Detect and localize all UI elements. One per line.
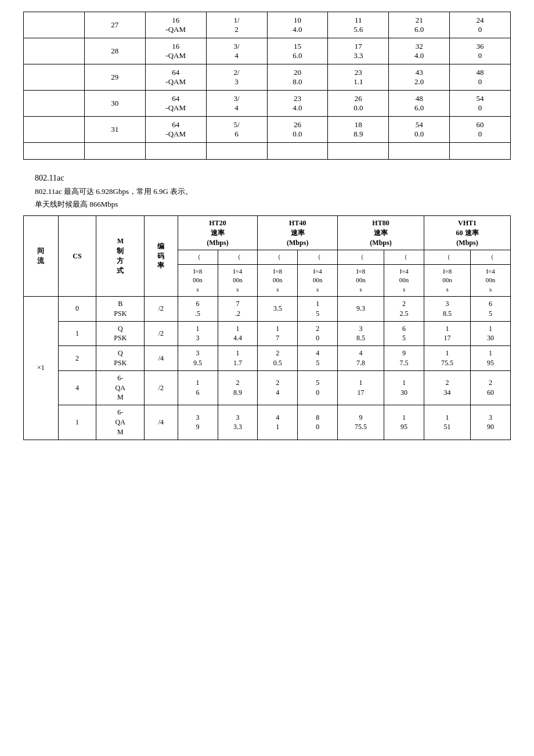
cell-ht20-800-r0: 6.5 <box>178 296 218 321</box>
cell-empty <box>24 117 85 143</box>
cell-ht80-400-r4: 195 <box>384 405 424 440</box>
cell-ht40-400-r2: 45 <box>298 346 338 371</box>
cell-c1-27: 104.0 <box>267 12 328 38</box>
cell-ht40-800-r0: 3.5 <box>258 296 298 321</box>
cell-mod-16qam1: 6-QAM <box>96 370 145 405</box>
cell-vht-400-r3: 260 <box>471 370 511 405</box>
cell-vht-400-r4: 390 <box>471 405 511 440</box>
cell-empty <box>450 143 511 160</box>
cell-ht20-800-r2: 39.5 <box>178 346 218 371</box>
cell-cs-1b: 1 <box>58 405 96 440</box>
cell-cr-1-2: /2 <box>145 296 178 321</box>
header-mod: M制方式 <box>96 216 145 297</box>
header-ht40: HT40速率(Mbps) <box>258 216 338 250</box>
cell-c3-31: 540.0 <box>389 117 450 143</box>
header-vht160: VHT160 速率(Mbps) <box>424 216 511 250</box>
cell-ht80-800-r4: 975.5 <box>338 405 384 440</box>
cell-idx-27: 27 <box>84 12 145 38</box>
table-row-empty <box>24 143 511 160</box>
cell-mod-bpsk: BPSK <box>96 296 145 321</box>
cell-c1-29: 208.0 <box>267 64 328 91</box>
header-cr: 编码率 <box>145 216 178 297</box>
sub-header-gi3: （ <box>258 250 298 264</box>
sub-header-gi5: （ <box>338 250 384 264</box>
cell-vht-800-r1: 117 <box>424 321 471 346</box>
sub-header-gi2: （ <box>218 250 258 264</box>
table-row: 29 64-QAM 2/3 208.0 231.1 432.0 480 <box>24 64 511 91</box>
cell-cs-0: 0 <box>58 296 96 321</box>
cell-empty <box>24 64 85 91</box>
cell-cr-3-4b: /4 <box>145 405 178 440</box>
top-rate-table: 27 16-QAM 1/2 104.0 115.6 216.0 240 28 1… <box>23 12 511 160</box>
cell-c2-31: 188.9 <box>328 117 389 143</box>
cell-ht20-400-r3: 28.9 <box>218 370 258 405</box>
cell-empty <box>24 91 85 117</box>
header-ht20: HT20速率(Mbps) <box>178 216 258 250</box>
cell-ht20-800-r3: 16 <box>178 370 218 405</box>
cell-c2-30: 260.0 <box>328 91 389 117</box>
header-stream: 间流 <box>24 216 59 297</box>
cell-ht20-400-r1: 14.4 <box>218 321 258 346</box>
table-row: 1 QPSK /2 13 14.4 17 20 38.5 65 117 130 <box>24 321 511 346</box>
cell-idx-29: 29 <box>84 64 145 91</box>
table-row: 31 64-QAM 5/6 260.0 188.9 540.0 600 <box>24 117 511 143</box>
cell-ht20-400-r4: 33.3 <box>218 405 258 440</box>
main-rate-table: 间流 CS M制方式 编码率 HT20速率(Mbps) HT40速率(Mbps)… <box>23 215 511 440</box>
cell-c3-29: 432.0 <box>389 64 450 91</box>
cell-vht-400-r2: 195 <box>471 346 511 371</box>
section-title-802ac: 802.11ac <box>35 174 511 183</box>
cell-mod-qpsk2: QPSK <box>96 346 145 371</box>
cell-ht80-400-r2: 97.5 <box>384 346 424 371</box>
table-row: 30 64-QAM 3/4 234.0 260.0 486.0 540 <box>24 91 511 117</box>
cell-ht80-800-r1: 38.5 <box>338 321 384 346</box>
cell-mod-16qam2: 6-QAM <box>96 405 145 440</box>
cell-ht80-800-r2: 47.8 <box>338 346 384 371</box>
cell-ht80-800-r3: 117 <box>338 370 384 405</box>
sub-header-i400-1: I=400ns <box>218 264 258 296</box>
sub-header-gi8: （ <box>471 250 511 264</box>
sub-header-i800-2: I=800ns <box>258 264 298 296</box>
cell-mod-qpsk1: QPSK <box>96 321 145 346</box>
cell-c4-31: 600 <box>450 117 511 143</box>
cell-cr-31: 5/6 <box>206 117 267 143</box>
cell-mod-27: 16-QAM <box>145 12 206 38</box>
cell-mod-29: 64-QAM <box>145 64 206 91</box>
sub-header-i400-4: I=400ns <box>471 264 511 296</box>
sub-header-gi1: （ <box>178 250 218 264</box>
cell-c1-31: 260.0 <box>267 117 328 143</box>
sub-header-gi6: （ <box>384 250 424 264</box>
cell-empty <box>328 143 389 160</box>
cell-cr-1-2c: /2 <box>145 370 178 405</box>
table-row: ×1 0 BPSK /2 6.5 7.2 3.5 15 9.3 22.5 38.… <box>24 296 511 321</box>
cell-vht-800-r2: 175.5 <box>424 346 471 371</box>
cell-vht-800-r3: 234 <box>424 370 471 405</box>
cell-ht20-800-r1: 13 <box>178 321 218 346</box>
table-header-row1: 间流 CS M制方式 编码率 HT20速率(Mbps) HT40速率(Mbps)… <box>24 216 511 250</box>
cell-empty <box>24 38 85 64</box>
cell-ht80-400-r3: 130 <box>384 370 424 405</box>
cell-stream-x1: ×1 <box>24 296 59 440</box>
cell-mod-31: 64-QAM <box>145 117 206 143</box>
cell-cr-3-4: /4 <box>145 346 178 371</box>
cell-empty <box>84 143 145 160</box>
sub-header-i800-1: I=800ns <box>178 264 218 296</box>
cell-ht40-800-r3: 24 <box>258 370 298 405</box>
cell-c2-28: 173.3 <box>328 38 389 64</box>
table-row: 27 16-QAM 1/2 104.0 115.6 216.0 240 <box>24 12 511 38</box>
cell-ht20-400-r2: 11.7 <box>218 346 258 371</box>
cell-cr-29: 2/3 <box>206 64 267 91</box>
cell-ht80-400-r0: 22.5 <box>384 296 424 321</box>
sub-header-i400-2: I=400ns <box>298 264 338 296</box>
table-row: 4 6-QAM /2 16 28.9 24 50 117 130 234 260 <box>24 370 511 405</box>
cell-vht-400-r0: 65 <box>471 296 511 321</box>
cell-c2-27: 115.6 <box>328 12 389 38</box>
sub-header-i800-4: I=800ns <box>424 264 471 296</box>
cell-c4-29: 480 <box>450 64 511 91</box>
table-row: 2 QPSK /4 39.5 11.7 20.5 45 47.8 97.5 17… <box>24 346 511 371</box>
cell-ht40-400-r3: 50 <box>298 370 338 405</box>
cell-empty <box>389 143 450 160</box>
table-row: 1 6-QAM /4 39 33.3 41 80 975.5 195 151 3… <box>24 405 511 440</box>
cell-cs-2: 2 <box>58 346 96 371</box>
cell-ht40-800-r2: 20.5 <box>258 346 298 371</box>
sub-header-gi4: （ <box>298 250 338 264</box>
